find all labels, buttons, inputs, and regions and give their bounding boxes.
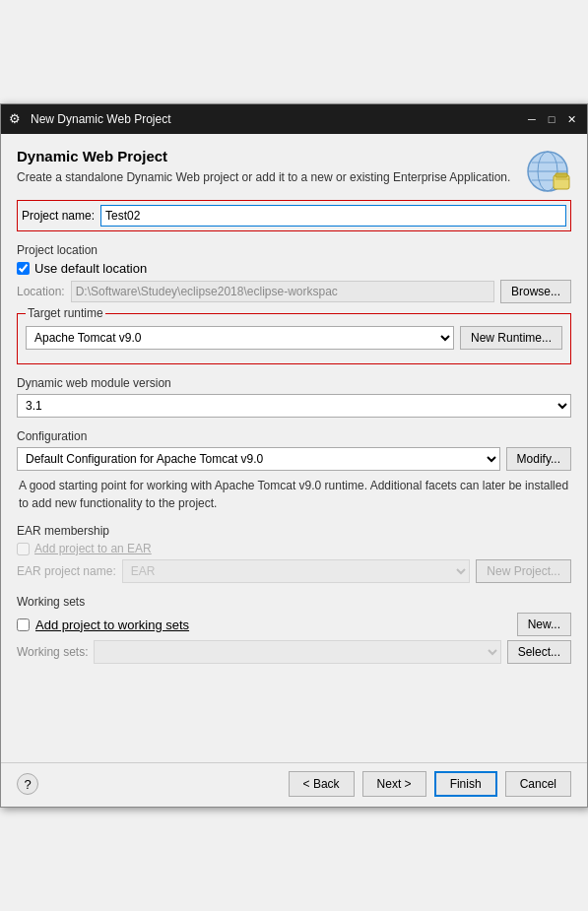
working-sets-select[interactable] (94, 640, 500, 664)
ear-project-row: EAR project name: EAR New Project... (17, 559, 571, 583)
configuration-label: Configuration (17, 427, 571, 443)
add-to-working-sets-checkbox[interactable] (17, 618, 30, 631)
globe-icon (524, 148, 571, 195)
project-location-section: Project location Use default location Lo… (17, 241, 571, 303)
ear-membership-section: EAR membership Add project to an EAR EAR… (17, 522, 571, 583)
location-row: Location: Browse... (17, 280, 571, 303)
window-title: New Dynamic Web Project (31, 112, 524, 126)
target-runtime-select[interactable]: Apache Tomcat v9.0 None (26, 326, 454, 350)
use-default-location-row: Use default location (17, 261, 571, 276)
browse-button[interactable]: Browse... (500, 280, 571, 303)
modify-button[interactable]: Modify... (506, 447, 571, 471)
add-to-ear-checkbox[interactable] (17, 543, 30, 555)
working-sets-field-label: Working sets: (17, 645, 88, 659)
working-sets-section: Working sets Add project to working sets… (17, 593, 571, 664)
ear-project-label: EAR project name: (17, 564, 116, 578)
select-working-sets-button[interactable]: Select... (507, 640, 571, 664)
project-name-input[interactable] (100, 205, 566, 227)
new-project-button[interactable]: New Project... (476, 559, 571, 583)
add-to-ear-label[interactable]: Add project to an EAR (34, 542, 152, 555)
configuration-section: Configuration Default Configuration for … (17, 427, 571, 512)
help-button[interactable]: ? (17, 773, 38, 795)
new-working-set-button[interactable]: New... (517, 613, 571, 636)
version-select[interactable]: 3.1 3.0 2.5 (17, 394, 571, 418)
window-icon: ⚙ (9, 111, 25, 127)
title-bar: ⚙ New Dynamic Web Project ─ □ ✕ (1, 104, 587, 134)
ear-project-select: EAR (122, 559, 471, 583)
ear-membership-label: EAR membership (17, 522, 571, 538)
working-sets-row: Working sets: Select... (17, 640, 571, 664)
location-label: Location: (17, 285, 65, 298)
project-location-label: Project location (17, 241, 571, 257)
project-name-label: Project name: (22, 209, 95, 223)
next-button[interactable]: Next > (362, 771, 426, 797)
configuration-description: A good starting point for working with A… (17, 477, 571, 512)
main-window: ⚙ New Dynamic Web Project ─ □ ✕ Dynamic … (0, 103, 588, 808)
target-runtime-section: Target runtime Apache Tomcat v9.0 None N… (17, 313, 571, 364)
version-row: 3.1 3.0 2.5 (17, 394, 571, 418)
project-name-row: Project name: (17, 200, 571, 231)
footer-button-bar: ? < Back Next > Finish Cancel (1, 762, 587, 807)
web-module-version-label: Dynamic web module version (17, 374, 571, 390)
working-sets-label: Working sets (17, 593, 571, 609)
use-default-checkbox[interactable] (17, 262, 30, 275)
minimize-button[interactable]: ─ (524, 111, 540, 127)
new-runtime-button[interactable]: New Runtime... (460, 326, 562, 350)
configuration-row: Default Configuration for Apache Tomcat … (17, 447, 571, 471)
cancel-button[interactable]: Cancel (505, 771, 571, 797)
dialog-content: Dynamic Web Project Create a standalone … (1, 134, 587, 762)
finish-button[interactable]: Finish (434, 771, 497, 797)
configuration-select[interactable]: Default Configuration for Apache Tomcat … (17, 447, 500, 471)
add-to-working-sets-label[interactable]: Add project to working sets (35, 618, 189, 632)
maximize-button[interactable]: □ (544, 111, 559, 127)
close-button[interactable]: ✕ (563, 111, 579, 127)
spacer (17, 674, 571, 752)
svg-rect-6 (555, 173, 567, 177)
add-to-ear-row: Add project to an EAR (17, 542, 571, 555)
location-input (71, 281, 494, 302)
target-runtime-row: Apache Tomcat v9.0 None New Runtime... (26, 326, 562, 350)
page-description: Create a standalone Dynamic Web project … (17, 168, 571, 186)
window-controls: ─ □ ✕ (524, 111, 579, 127)
page-title: Dynamic Web Project (17, 148, 571, 164)
target-runtime-label: Target runtime (26, 306, 105, 320)
web-module-version-section: Dynamic web module version 3.1 3.0 2.5 (17, 374, 571, 418)
add-to-working-sets-text: Add project to working sets (35, 618, 189, 632)
use-default-label[interactable]: Use default location (34, 261, 147, 276)
add-to-ear-text: Add project to an EAR (34, 542, 152, 555)
back-button[interactable]: < Back (289, 771, 355, 797)
add-to-working-sets-row: Add project to working sets New... (17, 613, 571, 636)
